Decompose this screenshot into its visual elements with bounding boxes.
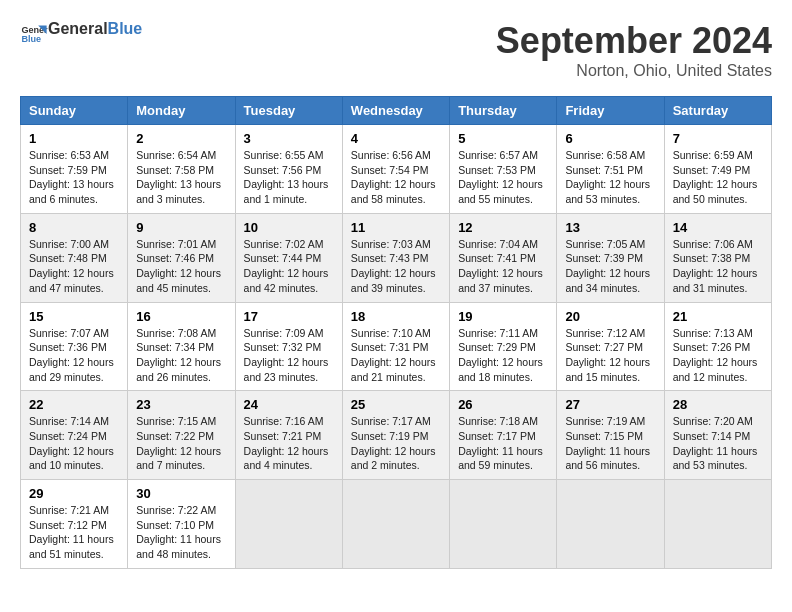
- day-info: Sunrise: 7:14 AM Sunset: 7:24 PM Dayligh…: [29, 414, 119, 473]
- day-number: 23: [136, 397, 226, 412]
- day-number: 17: [244, 309, 334, 324]
- calendar-cell: 15Sunrise: 7:07 AM Sunset: 7:36 PM Dayli…: [21, 302, 128, 391]
- header: General Blue General Blue GeneralBlue Se…: [20, 20, 772, 80]
- day-number: 26: [458, 397, 548, 412]
- day-number: 19: [458, 309, 548, 324]
- calendar-cell: 7Sunrise: 6:59 AM Sunset: 7:49 PM Daylig…: [664, 125, 771, 214]
- calendar-cell: 11Sunrise: 7:03 AM Sunset: 7:43 PM Dayli…: [342, 213, 449, 302]
- calendar-cell: 23Sunrise: 7:15 AM Sunset: 7:22 PM Dayli…: [128, 391, 235, 480]
- calendar-cell: 18Sunrise: 7:10 AM Sunset: 7:31 PM Dayli…: [342, 302, 449, 391]
- calendar-cell: 12Sunrise: 7:04 AM Sunset: 7:41 PM Dayli…: [450, 213, 557, 302]
- calendar-cell: 22Sunrise: 7:14 AM Sunset: 7:24 PM Dayli…: [21, 391, 128, 480]
- day-info: Sunrise: 7:09 AM Sunset: 7:32 PM Dayligh…: [244, 326, 334, 385]
- day-number: 14: [673, 220, 763, 235]
- calendar-cell: 21Sunrise: 7:13 AM Sunset: 7:26 PM Dayli…: [664, 302, 771, 391]
- day-info: Sunrise: 6:56 AM Sunset: 7:54 PM Dayligh…: [351, 148, 441, 207]
- calendar-cell: 2Sunrise: 6:54 AM Sunset: 7:58 PM Daylig…: [128, 125, 235, 214]
- calendar-cell: 14Sunrise: 7:06 AM Sunset: 7:38 PM Dayli…: [664, 213, 771, 302]
- calendar-cell: 3Sunrise: 6:55 AM Sunset: 7:56 PM Daylig…: [235, 125, 342, 214]
- day-number: 25: [351, 397, 441, 412]
- day-info: Sunrise: 7:03 AM Sunset: 7:43 PM Dayligh…: [351, 237, 441, 296]
- day-number: 24: [244, 397, 334, 412]
- day-info: Sunrise: 7:07 AM Sunset: 7:36 PM Dayligh…: [29, 326, 119, 385]
- day-number: 22: [29, 397, 119, 412]
- day-info: Sunrise: 7:17 AM Sunset: 7:19 PM Dayligh…: [351, 414, 441, 473]
- day-info: Sunrise: 7:18 AM Sunset: 7:17 PM Dayligh…: [458, 414, 548, 473]
- weekday-header-thursday: Thursday: [450, 97, 557, 125]
- day-info: Sunrise: 7:04 AM Sunset: 7:41 PM Dayligh…: [458, 237, 548, 296]
- calendar-cell: 19Sunrise: 7:11 AM Sunset: 7:29 PM Dayli…: [450, 302, 557, 391]
- calendar-cell: [557, 480, 664, 569]
- logo-text-block: GeneralBlue: [48, 20, 142, 38]
- calendar-cell: [664, 480, 771, 569]
- calendar-cell: 16Sunrise: 7:08 AM Sunset: 7:34 PM Dayli…: [128, 302, 235, 391]
- day-number: 30: [136, 486, 226, 501]
- day-number: 18: [351, 309, 441, 324]
- calendar-cell: 24Sunrise: 7:16 AM Sunset: 7:21 PM Dayli…: [235, 391, 342, 480]
- calendar-cell: 20Sunrise: 7:12 AM Sunset: 7:27 PM Dayli…: [557, 302, 664, 391]
- day-info: Sunrise: 7:05 AM Sunset: 7:39 PM Dayligh…: [565, 237, 655, 296]
- calendar-cell: 6Sunrise: 6:58 AM Sunset: 7:51 PM Daylig…: [557, 125, 664, 214]
- day-info: Sunrise: 7:22 AM Sunset: 7:10 PM Dayligh…: [136, 503, 226, 562]
- weekday-header-row: SundayMondayTuesdayWednesdayThursdayFrid…: [21, 97, 772, 125]
- day-number: 6: [565, 131, 655, 146]
- day-number: 3: [244, 131, 334, 146]
- day-info: Sunrise: 6:58 AM Sunset: 7:51 PM Dayligh…: [565, 148, 655, 207]
- calendar-cell: 8Sunrise: 7:00 AM Sunset: 7:48 PM Daylig…: [21, 213, 128, 302]
- day-info: Sunrise: 6:57 AM Sunset: 7:53 PM Dayligh…: [458, 148, 548, 207]
- calendar-cell: [235, 480, 342, 569]
- day-number: 1: [29, 131, 119, 146]
- day-info: Sunrise: 7:02 AM Sunset: 7:44 PM Dayligh…: [244, 237, 334, 296]
- day-info: Sunrise: 7:01 AM Sunset: 7:46 PM Dayligh…: [136, 237, 226, 296]
- calendar-cell: 1Sunrise: 6:53 AM Sunset: 7:59 PM Daylig…: [21, 125, 128, 214]
- calendar-cell: [450, 480, 557, 569]
- day-number: 8: [29, 220, 119, 235]
- weekday-header-saturday: Saturday: [664, 97, 771, 125]
- calendar-cell: 26Sunrise: 7:18 AM Sunset: 7:17 PM Dayli…: [450, 391, 557, 480]
- day-info: Sunrise: 7:19 AM Sunset: 7:15 PM Dayligh…: [565, 414, 655, 473]
- weekday-header-monday: Monday: [128, 97, 235, 125]
- week-row-2: 8Sunrise: 7:00 AM Sunset: 7:48 PM Daylig…: [21, 213, 772, 302]
- day-number: 11: [351, 220, 441, 235]
- day-number: 21: [673, 309, 763, 324]
- day-info: Sunrise: 6:55 AM Sunset: 7:56 PM Dayligh…: [244, 148, 334, 207]
- day-number: 10: [244, 220, 334, 235]
- title-area: September 2024 Norton, Ohio, United Stat…: [142, 20, 772, 80]
- day-number: 27: [565, 397, 655, 412]
- day-number: 2: [136, 131, 226, 146]
- calendar-cell: 10Sunrise: 7:02 AM Sunset: 7:44 PM Dayli…: [235, 213, 342, 302]
- day-info: Sunrise: 7:16 AM Sunset: 7:21 PM Dayligh…: [244, 414, 334, 473]
- calendar-cell: 27Sunrise: 7:19 AM Sunset: 7:15 PM Dayli…: [557, 391, 664, 480]
- location-title: Norton, Ohio, United States: [142, 62, 772, 80]
- day-number: 20: [565, 309, 655, 324]
- calendar-table: SundayMondayTuesdayWednesdayThursdayFrid…: [20, 96, 772, 569]
- day-number: 13: [565, 220, 655, 235]
- day-number: 4: [351, 131, 441, 146]
- calendar-cell: 13Sunrise: 7:05 AM Sunset: 7:39 PM Dayli…: [557, 213, 664, 302]
- logo-icon: General Blue: [20, 20, 48, 48]
- calendar-cell: 4Sunrise: 6:56 AM Sunset: 7:54 PM Daylig…: [342, 125, 449, 214]
- day-number: 12: [458, 220, 548, 235]
- logo: General Blue General Blue: [20, 20, 48, 48]
- day-info: Sunrise: 7:13 AM Sunset: 7:26 PM Dayligh…: [673, 326, 763, 385]
- calendar-cell: 29Sunrise: 7:21 AM Sunset: 7:12 PM Dayli…: [21, 480, 128, 569]
- weekday-header-tuesday: Tuesday: [235, 97, 342, 125]
- month-title: September 2024: [142, 20, 772, 62]
- day-info: Sunrise: 6:54 AM Sunset: 7:58 PM Dayligh…: [136, 148, 226, 207]
- calendar-cell: 28Sunrise: 7:20 AM Sunset: 7:14 PM Dayli…: [664, 391, 771, 480]
- svg-text:Blue: Blue: [21, 34, 41, 44]
- week-row-1: 1Sunrise: 6:53 AM Sunset: 7:59 PM Daylig…: [21, 125, 772, 214]
- day-info: Sunrise: 6:59 AM Sunset: 7:49 PM Dayligh…: [673, 148, 763, 207]
- day-info: Sunrise: 7:15 AM Sunset: 7:22 PM Dayligh…: [136, 414, 226, 473]
- day-number: 9: [136, 220, 226, 235]
- day-info: Sunrise: 7:06 AM Sunset: 7:38 PM Dayligh…: [673, 237, 763, 296]
- week-row-3: 15Sunrise: 7:07 AM Sunset: 7:36 PM Dayli…: [21, 302, 772, 391]
- day-info: Sunrise: 7:12 AM Sunset: 7:27 PM Dayligh…: [565, 326, 655, 385]
- day-info: Sunrise: 7:11 AM Sunset: 7:29 PM Dayligh…: [458, 326, 548, 385]
- weekday-header-sunday: Sunday: [21, 97, 128, 125]
- calendar-cell: 25Sunrise: 7:17 AM Sunset: 7:19 PM Dayli…: [342, 391, 449, 480]
- week-row-5: 29Sunrise: 7:21 AM Sunset: 7:12 PM Dayli…: [21, 480, 772, 569]
- day-info: Sunrise: 7:20 AM Sunset: 7:14 PM Dayligh…: [673, 414, 763, 473]
- day-number: 16: [136, 309, 226, 324]
- week-row-4: 22Sunrise: 7:14 AM Sunset: 7:24 PM Dayli…: [21, 391, 772, 480]
